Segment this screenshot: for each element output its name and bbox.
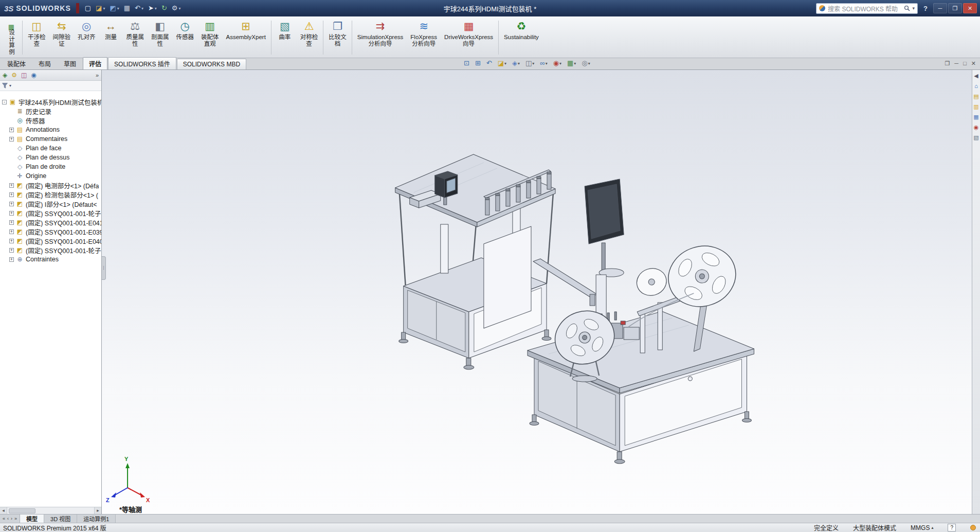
hide-show-items-button[interactable]: ∞▾: [539, 59, 548, 67]
tree-expand-toggle[interactable]: +: [9, 202, 14, 206]
step-back-button[interactable]: ‹: [7, 516, 9, 521]
tree-item[interactable]: +◩(固定) 检测包装部分<1> (: [0, 190, 101, 199]
units-dropdown-arrow[interactable]: ▴: [931, 525, 933, 530]
display-style-dropdown-arrow[interactable]: ▾: [532, 61, 534, 66]
rewind-button[interactable]: «: [2, 516, 6, 521]
compare-documents-button[interactable]: ❐比较文 档: [325, 18, 350, 57]
custom-properties-icon[interactable]: ▧: [973, 134, 978, 140]
design-library-icon[interactable]: ▤: [973, 93, 978, 99]
rebuild-button[interactable]: ↻: [160, 4, 169, 13]
select-tool-dropdown-arrow[interactable]: ▾: [155, 6, 157, 11]
file-explorer-icon[interactable]: ▥: [973, 103, 978, 110]
previous-view-button[interactable]: ↶: [485, 59, 493, 67]
window-maximize-button[interactable]: ❐: [948, 3, 962, 13]
hide-show-items-dropdown-arrow[interactable]: ▾: [546, 61, 548, 66]
featuremanager-tree-tab[interactable]: ◈: [3, 72, 7, 79]
search-scope-icon[interactable]: [819, 5, 825, 11]
simulationxpress-wizard-button[interactable]: ⇉SimulationXpress 分析向导: [354, 18, 407, 57]
fast-forward-button[interactable]: »: [14, 516, 17, 521]
design-study-button[interactable]: ▦ 设计算例: [2, 18, 21, 57]
search-input[interactable]: 搜索 SOLIDWORKS 帮助 ▾: [816, 3, 918, 14]
tree-expand-toggle[interactable]: +: [9, 257, 14, 262]
tab-solidworks-addins[interactable]: SOLIDWORKS 插件: [108, 57, 176, 69]
apply-scene-button[interactable]: ▦▾: [566, 59, 577, 67]
tab-motion-study-1[interactable]: 运动算例1: [77, 515, 116, 523]
tab-solidworks-mbd[interactable]: SOLIDWORKS MBD: [177, 59, 246, 69]
curvature-button[interactable]: ▧曲率: [273, 18, 297, 57]
view-orientation-button[interactable]: ◈▾: [511, 59, 521, 67]
scroll-left-button[interactable]: ◂: [0, 507, 7, 514]
mass-properties-button[interactable]: ⚖质量属 性: [123, 18, 148, 57]
zoom-to-fit-button[interactable]: ⊡: [463, 59, 470, 67]
sustainability-button[interactable]: ♻Sustainability: [500, 18, 542, 57]
section-view-button[interactable]: ◪▾: [497, 59, 507, 67]
tree-item[interactable]: +⊕Contraintes: [0, 255, 101, 264]
edit-appearance-button[interactable]: ◉▾: [552, 59, 562, 67]
tree-expand-toggle[interactable]: +: [9, 248, 14, 253]
tree-expand-toggle[interactable]: +: [9, 183, 14, 188]
tree-expand-toggle[interactable]: -: [2, 100, 7, 104]
appearances-scenes-icon[interactable]: ◉: [974, 124, 979, 130]
clearance-verification-button[interactable]: ⇆间隙验 证: [49, 18, 75, 57]
tab-3d-views[interactable]: 3D 视图: [44, 515, 77, 523]
help-button[interactable]: ?: [922, 5, 929, 12]
3d-model-canvas[interactable]: Y X Z: [102, 70, 972, 514]
tree-item[interactable]: +◩(固定) SSYQ001-001-E040: [0, 236, 101, 245]
tab-model[interactable]: 模型: [20, 515, 44, 523]
assembly-visualization-button[interactable]: ▥装配体 直观: [197, 18, 223, 57]
print-button[interactable]: ▦: [122, 4, 132, 13]
tree-item[interactable]: +◩(固定) 电测部分<1> (Défa: [0, 181, 101, 190]
tree-expand-toggle[interactable]: +: [9, 128, 14, 132]
window-minimize-button[interactable]: ─: [933, 3, 947, 13]
tree-item[interactable]: ◇Plan de droite: [0, 162, 101, 171]
task-pane-collapse-button[interactable]: ◀: [974, 73, 978, 79]
displaymanager-tab[interactable]: ◉: [31, 72, 36, 79]
document-restore-button[interactable]: ❐: [945, 60, 950, 66]
display-style-button[interactable]: ◫▾: [524, 59, 535, 67]
tab-sketch[interactable]: 草图: [58, 57, 82, 69]
undo-button[interactable]: ↶▾: [133, 4, 145, 13]
tab-evaluate[interactable]: 评估: [83, 57, 107, 69]
scroll-right-button[interactable]: ▸: [94, 507, 101, 514]
section-properties-button[interactable]: ◧剖面属 性: [148, 18, 173, 57]
select-tool-button[interactable]: ➤▾: [147, 4, 158, 13]
open-document-button[interactable]: ◪▾: [94, 4, 106, 13]
search-dropdown-arrow[interactable]: ▾: [913, 6, 915, 11]
assembly-xpert-button[interactable]: ⊞AssemblyXpert: [223, 18, 269, 57]
tab-assembly[interactable]: 装配体: [1, 57, 32, 69]
document-maximize-button[interactable]: □: [963, 60, 967, 66]
tree-expand-toggle[interactable]: +: [9, 229, 14, 234]
driveworksxpress-wizard-button[interactable]: ▦DriveWorksXpress 向导: [441, 18, 497, 57]
save-button[interactable]: ◩▾: [108, 4, 120, 13]
undo-dropdown-arrow[interactable]: ▾: [141, 6, 143, 11]
panel-tabs-overflow-button[interactable]: »: [96, 72, 99, 78]
window-close-button[interactable]: ✕: [963, 3, 977, 13]
view-settings-dropdown-arrow[interactable]: ▾: [588, 61, 590, 66]
tree-expand-toggle[interactable]: +: [9, 137, 14, 141]
tree-item[interactable]: +◩(固定) SSYQ001-001-轮子: [0, 208, 101, 218]
section-view-dropdown-arrow[interactable]: ▾: [504, 61, 506, 66]
quick-tips-icon[interactable]: [970, 525, 976, 530]
tree-expand-toggle[interactable]: +: [9, 239, 14, 243]
units-selector[interactable]: MMGS ▴: [911, 524, 933, 531]
sensors-button[interactable]: ◷传感器: [173, 18, 198, 57]
tree-expand-toggle[interactable]: +: [9, 192, 14, 197]
tree-item[interactable]: +◩(固定) SSYQ001-001-E039: [0, 227, 101, 236]
open-document-dropdown-arrow[interactable]: ▾: [103, 6, 105, 11]
symmetry-check-button[interactable]: ⚠对称检 查: [297, 18, 322, 57]
view-settings-button[interactable]: ◎▾: [580, 59, 591, 67]
tree-item[interactable]: ◇Plan de face: [0, 144, 101, 153]
tree-item[interactable]: ◎传感器: [0, 116, 101, 125]
tree-item[interactable]: ≣历史记录: [0, 107, 101, 116]
tree-expand-toggle[interactable]: +: [9, 220, 14, 225]
floxpress-wizard-button[interactable]: ≋FloXpress 分析向导: [407, 18, 441, 57]
tree-item[interactable]: +▤Commentaires: [0, 134, 101, 144]
document-minimize-button[interactable]: ─: [954, 60, 958, 66]
solidworks-resources-icon[interactable]: ⌂: [974, 83, 978, 89]
tree-item[interactable]: +◩(固定) I部分<1> (Défaut<: [0, 199, 101, 208]
filter-dropdown-arrow[interactable]: ▾: [9, 83, 11, 88]
measure-button[interactable]: ↔测量: [99, 18, 123, 57]
zoom-to-area-button[interactable]: ⊞: [474, 59, 482, 67]
new-document-button[interactable]: ▢: [83, 4, 93, 13]
panel-splitter-handle[interactable]: ⁞: [102, 256, 106, 280]
